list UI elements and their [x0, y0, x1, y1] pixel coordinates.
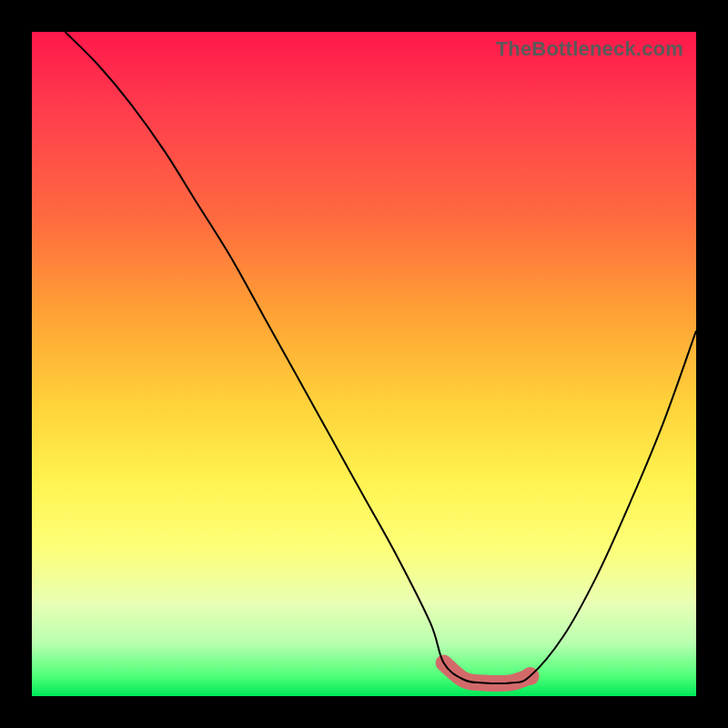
plot-area: TheBottleneck.com	[32, 32, 696, 696]
bottleneck-curve	[66, 32, 697, 683]
chart-frame: TheBottleneck.com	[0, 0, 728, 728]
optimal-range-highlight	[444, 663, 531, 684]
bottleneck-curve-svg	[32, 32, 696, 696]
